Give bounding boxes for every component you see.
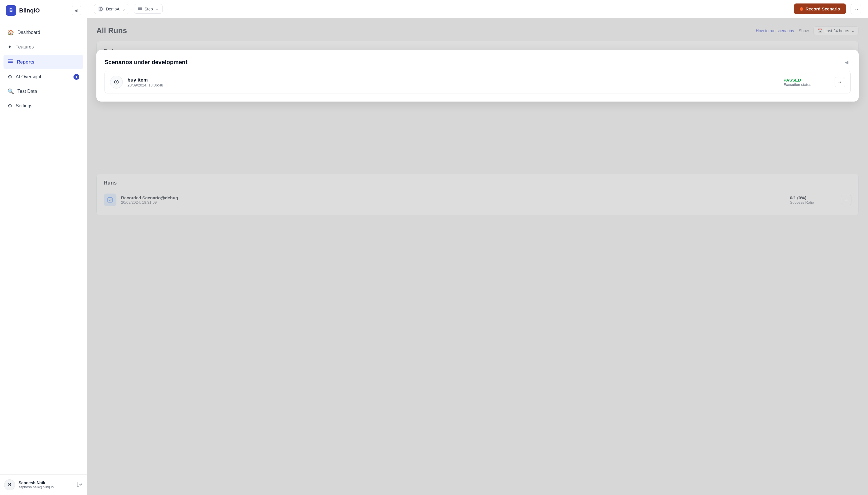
user-details: Sapnesh Naik sapnesh.naik@blinq.io: [19, 480, 54, 489]
more-icon: ⋯: [853, 6, 858, 12]
modal-header: Scenarios under development ◀: [104, 58, 851, 66]
record-dot-icon: [800, 7, 803, 11]
test-data-icon: 🔍: [7, 88, 14, 95]
features-icon: ✦: [7, 44, 12, 50]
sidebar-item-ai-oversight[interactable]: ⚙ AI Oversight 1: [3, 70, 83, 84]
step-chevron-icon: ⌄: [155, 7, 159, 11]
scenario-info: buy item 20/09/2024, 18:36:48: [128, 77, 779, 87]
sidebar-item-label: Settings: [16, 103, 33, 108]
env-chevron-icon: ⌄: [122, 7, 126, 11]
sidebar-item-label: Dashboard: [17, 30, 40, 35]
scenario-name: buy item: [128, 77, 779, 83]
scenario-date: 20/09/2024, 18:36:48: [128, 83, 779, 87]
record-scenario-button[interactable]: Record Scenario: [794, 3, 846, 14]
sidebar-collapse-button[interactable]: ◀|: [72, 6, 81, 15]
sidebar-item-reports[interactable]: Reports: [3, 55, 83, 69]
user-name: Sapnesh Naik: [19, 480, 54, 485]
modal-collapse-button[interactable]: ◀: [842, 58, 851, 66]
sidebar-item-label: Features: [15, 45, 34, 50]
sidebar-item-dashboard[interactable]: 🏠 Dashboard: [3, 26, 83, 39]
svg-rect-0: [8, 59, 13, 60]
ai-oversight-icon: ⚙: [7, 74, 12, 80]
scenario-item: buy item 20/09/2024, 18:36:48 PASSED Exe…: [104, 71, 851, 93]
user-info: S Sapnesh Naik sapnesh.naik@blinq.io: [4, 479, 54, 490]
scenarios-modal: Scenarios under development ◀ buy item 2…: [96, 50, 859, 102]
reports-icon: [7, 58, 13, 66]
step-selector[interactable]: Step ⌄: [134, 4, 163, 14]
record-label: Record Scenario: [805, 6, 840, 11]
scenario-navigate-button[interactable]: →: [835, 77, 845, 87]
sidebar-item-test-data[interactable]: 🔍 Test Data: [3, 85, 83, 98]
app-name: BlinqIO: [19, 7, 40, 14]
step-label: Step: [145, 7, 153, 11]
user-email: sapnesh.naik@blinq.io: [19, 485, 54, 489]
topbar: DemoA ⌄ Step ⌄ Record Scenario ⋯: [87, 0, 868, 18]
svg-point-4: [100, 8, 101, 10]
logo-icon: B: [6, 5, 16, 16]
ai-oversight-badge: 1: [73, 74, 79, 80]
env-selector[interactable]: DemoA ⌄: [94, 4, 129, 14]
more-options-button[interactable]: ⋯: [851, 4, 861, 14]
modal-title: Scenarios under development: [104, 59, 187, 66]
sidebar-header: B BlinqIO ◀|: [0, 0, 87, 21]
scenario-status: PASSED Execution status: [784, 78, 830, 87]
step-icon: [138, 6, 142, 12]
dashboard-icon: 🏠: [7, 29, 14, 36]
logo-area: B BlinqIO: [6, 5, 40, 16]
svg-rect-2: [8, 62, 13, 63]
status-label: Execution status: [784, 82, 811, 87]
sidebar-item-settings[interactable]: ⚙ Settings: [3, 99, 83, 113]
main-content: DemoA ⌄ Step ⌄ Record Scenario ⋯ All Run…: [87, 0, 868, 495]
logout-button[interactable]: [76, 481, 83, 489]
sidebar-item-label: Reports: [17, 59, 34, 65]
avatar: S: [4, 479, 15, 490]
sidebar-footer: S Sapnesh Naik sapnesh.naik@blinq.io: [0, 474, 87, 495]
sidebar-item-label: Test Data: [17, 89, 37, 94]
env-icon: [98, 6, 104, 12]
env-label: DemoA: [106, 7, 120, 11]
sidebar-item-label: AI Oversight: [16, 74, 41, 80]
sidebar-nav: 🏠 Dashboard ✦ Features Reports ⚙ AI Over…: [0, 21, 87, 474]
scenario-icon: [110, 76, 123, 88]
page-content: All Runs How to run scenarios Show 📅 Las…: [87, 18, 868, 495]
status-badge: PASSED: [784, 78, 801, 82]
svg-rect-1: [8, 61, 13, 62]
sidebar-item-features[interactable]: ✦ Features: [3, 40, 83, 54]
settings-icon: ⚙: [7, 103, 12, 109]
sidebar: B BlinqIO ◀| 🏠 Dashboard ✦ Features Repo…: [0, 0, 87, 495]
